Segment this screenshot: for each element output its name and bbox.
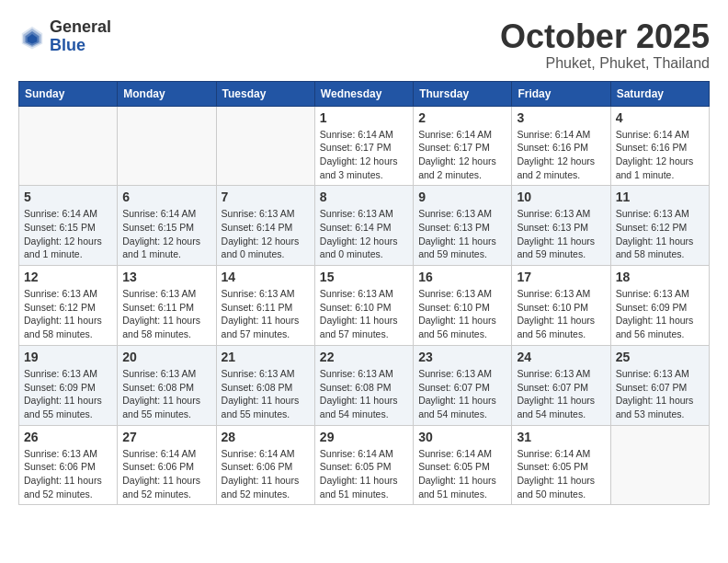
- day-number: 6: [122, 190, 210, 204]
- day-info: Sunrise: 6:14 AM Sunset: 6:05 PM Dayligh…: [320, 447, 408, 501]
- day-number: 18: [616, 270, 704, 284]
- calendar-cell: 17Sunrise: 6:13 AM Sunset: 6:10 PM Dayli…: [512, 266, 610, 346]
- day-info: Sunrise: 6:13 AM Sunset: 6:09 PM Dayligh…: [24, 367, 112, 421]
- day-info: Sunrise: 6:13 AM Sunset: 6:12 PM Dayligh…: [24, 287, 112, 341]
- calendar-cell: 1Sunrise: 6:14 AM Sunset: 6:17 PM Daylig…: [314, 106, 413, 186]
- calendar-cell: 27Sunrise: 6:14 AM Sunset: 6:06 PM Dayli…: [118, 425, 216, 505]
- day-info: Sunrise: 6:14 AM Sunset: 6:17 PM Dayligh…: [320, 128, 408, 182]
- calendar-table: SundayMondayTuesdayWednesdayThursdayFrid…: [18, 81, 710, 506]
- day-info: Sunrise: 6:13 AM Sunset: 6:12 PM Dayligh…: [616, 207, 704, 261]
- day-info: Sunrise: 6:13 AM Sunset: 6:10 PM Dayligh…: [517, 287, 605, 341]
- day-info: Sunrise: 6:13 AM Sunset: 6:09 PM Dayligh…: [616, 287, 704, 341]
- calendar-cell: [610, 425, 709, 505]
- day-number: 19: [24, 350, 112, 364]
- weekday-header-tuesday: Tuesday: [216, 81, 314, 106]
- calendar-cell: 5Sunrise: 6:14 AM Sunset: 6:15 PM Daylig…: [19, 186, 118, 266]
- calendar-cell: [19, 106, 118, 186]
- calendar-cell: 22Sunrise: 6:13 AM Sunset: 6:08 PM Dayli…: [314, 345, 413, 425]
- calendar-cell: 18Sunrise: 6:13 AM Sunset: 6:09 PM Dayli…: [610, 266, 709, 346]
- day-info: Sunrise: 6:13 AM Sunset: 6:14 PM Dayligh…: [320, 207, 408, 261]
- day-number: 5: [24, 190, 112, 204]
- day-info: Sunrise: 6:14 AM Sunset: 6:15 PM Dayligh…: [122, 207, 210, 261]
- day-number: 16: [418, 270, 506, 284]
- day-info: Sunrise: 6:13 AM Sunset: 6:07 PM Dayligh…: [616, 367, 704, 421]
- logo: General Blue: [18, 18, 111, 55]
- weekday-header-wednesday: Wednesday: [314, 81, 413, 106]
- day-info: Sunrise: 6:13 AM Sunset: 6:14 PM Dayligh…: [222, 207, 310, 261]
- day-number: 4: [616, 110, 704, 125]
- day-number: 13: [122, 270, 210, 284]
- day-info: Sunrise: 6:13 AM Sunset: 6:08 PM Dayligh…: [320, 367, 408, 421]
- calendar-cell: 13Sunrise: 6:13 AM Sunset: 6:11 PM Dayli…: [118, 266, 216, 346]
- day-number: 23: [418, 350, 506, 364]
- day-number: 1: [320, 110, 408, 125]
- day-number: 22: [320, 350, 408, 364]
- day-number: 10: [517, 190, 605, 204]
- calendar-cell: 12Sunrise: 6:13 AM Sunset: 6:12 PM Dayli…: [19, 266, 118, 346]
- weekday-header-saturday: Saturday: [610, 81, 709, 106]
- calendar-cell: 25Sunrise: 6:13 AM Sunset: 6:07 PM Dayli…: [610, 345, 709, 425]
- day-info: Sunrise: 6:13 AM Sunset: 6:13 PM Dayligh…: [517, 207, 605, 261]
- day-info: Sunrise: 6:13 AM Sunset: 6:07 PM Dayligh…: [418, 367, 506, 421]
- weekday-header-friday: Friday: [512, 81, 610, 106]
- calendar-cell: 14Sunrise: 6:13 AM Sunset: 6:11 PM Dayli…: [216, 266, 314, 346]
- calendar-cell: 9Sunrise: 6:13 AM Sunset: 6:13 PM Daylig…: [414, 186, 512, 266]
- calendar-cell: 28Sunrise: 6:14 AM Sunset: 6:06 PM Dayli…: [216, 425, 314, 505]
- day-info: Sunrise: 6:13 AM Sunset: 6:08 PM Dayligh…: [122, 367, 210, 421]
- calendar-cell: 26Sunrise: 6:13 AM Sunset: 6:06 PM Dayli…: [19, 425, 118, 505]
- calendar-week-row: 19Sunrise: 6:13 AM Sunset: 6:09 PM Dayli…: [19, 345, 710, 425]
- calendar-week-row: 26Sunrise: 6:13 AM Sunset: 6:06 PM Dayli…: [19, 425, 710, 505]
- calendar-cell: [118, 106, 216, 186]
- day-number: 27: [122, 430, 210, 444]
- calendar-cell: 20Sunrise: 6:13 AM Sunset: 6:08 PM Dayli…: [118, 345, 216, 425]
- day-number: 14: [222, 270, 310, 284]
- day-info: Sunrise: 6:14 AM Sunset: 6:15 PM Dayligh…: [24, 207, 112, 261]
- day-info: Sunrise: 6:13 AM Sunset: 6:06 PM Dayligh…: [24, 447, 112, 501]
- day-number: 26: [24, 430, 112, 444]
- day-number: 11: [616, 190, 704, 204]
- day-info: Sunrise: 6:13 AM Sunset: 6:10 PM Dayligh…: [320, 287, 408, 341]
- day-info: Sunrise: 6:13 AM Sunset: 6:11 PM Dayligh…: [222, 287, 310, 341]
- day-info: Sunrise: 6:14 AM Sunset: 6:16 PM Dayligh…: [517, 128, 605, 182]
- day-info: Sunrise: 6:14 AM Sunset: 6:17 PM Dayligh…: [418, 128, 506, 182]
- weekday-header-sunday: Sunday: [19, 81, 118, 106]
- calendar-cell: 21Sunrise: 6:13 AM Sunset: 6:08 PM Dayli…: [216, 345, 314, 425]
- day-number: 3: [517, 110, 605, 125]
- day-number: 21: [222, 350, 310, 364]
- day-info: Sunrise: 6:14 AM Sunset: 6:06 PM Dayligh…: [122, 447, 210, 501]
- calendar-cell: 30Sunrise: 6:14 AM Sunset: 6:05 PM Dayli…: [414, 425, 512, 505]
- calendar-cell: 24Sunrise: 6:13 AM Sunset: 6:07 PM Dayli…: [512, 345, 610, 425]
- calendar-cell: 19Sunrise: 6:13 AM Sunset: 6:09 PM Dayli…: [19, 345, 118, 425]
- calendar-cell: 2Sunrise: 6:14 AM Sunset: 6:17 PM Daylig…: [414, 106, 512, 186]
- day-number: 20: [122, 350, 210, 364]
- day-number: 24: [517, 350, 605, 364]
- logo-general-text: General: [50, 18, 111, 37]
- day-info: Sunrise: 6:13 AM Sunset: 6:07 PM Dayligh…: [517, 367, 605, 421]
- calendar-cell: 3Sunrise: 6:14 AM Sunset: 6:16 PM Daylig…: [512, 106, 610, 186]
- page-header: General Blue October 2025 Phuket, Phuket…: [18, 18, 710, 72]
- day-info: Sunrise: 6:13 AM Sunset: 6:10 PM Dayligh…: [418, 287, 506, 341]
- logo-blue-text: Blue: [50, 37, 111, 55]
- day-number: 25: [616, 350, 704, 364]
- day-number: 15: [320, 270, 408, 284]
- day-number: 8: [320, 190, 408, 204]
- day-number: 7: [222, 190, 310, 204]
- day-number: 12: [24, 270, 112, 284]
- calendar-cell: [216, 106, 314, 186]
- calendar-cell: 4Sunrise: 6:14 AM Sunset: 6:16 PM Daylig…: [610, 106, 709, 186]
- calendar-cell: 15Sunrise: 6:13 AM Sunset: 6:10 PM Dayli…: [314, 266, 413, 346]
- calendar-cell: 29Sunrise: 6:14 AM Sunset: 6:05 PM Dayli…: [314, 425, 413, 505]
- calendar-cell: 8Sunrise: 6:13 AM Sunset: 6:14 PM Daylig…: [314, 186, 413, 266]
- day-number: 2: [418, 110, 506, 125]
- day-info: Sunrise: 6:14 AM Sunset: 6:05 PM Dayligh…: [517, 447, 605, 501]
- location-title: Phuket, Phuket, Thailand: [500, 55, 710, 72]
- calendar-week-row: 5Sunrise: 6:14 AM Sunset: 6:15 PM Daylig…: [19, 186, 710, 266]
- day-info: Sunrise: 6:13 AM Sunset: 6:13 PM Dayligh…: [418, 207, 506, 261]
- calendar-cell: 11Sunrise: 6:13 AM Sunset: 6:12 PM Dayli…: [610, 186, 709, 266]
- logo-icon: [18, 23, 46, 51]
- day-info: Sunrise: 6:14 AM Sunset: 6:06 PM Dayligh…: [222, 447, 310, 501]
- calendar-cell: 6Sunrise: 6:14 AM Sunset: 6:15 PM Daylig…: [118, 186, 216, 266]
- day-number: 29: [320, 430, 408, 444]
- calendar-cell: 10Sunrise: 6:13 AM Sunset: 6:13 PM Dayli…: [512, 186, 610, 266]
- day-number: 30: [418, 430, 506, 444]
